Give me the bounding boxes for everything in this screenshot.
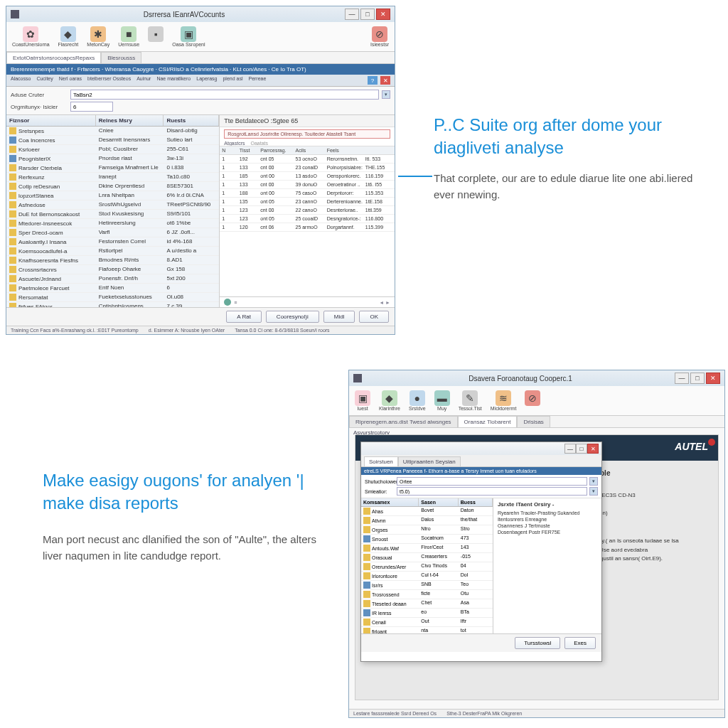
panel-close-icon[interactable]: ✕ — [380, 76, 390, 85]
dialog-tab[interactable]: Soirstuen — [364, 456, 398, 466]
dialog-maximize-button[interactable]: □ — [576, 444, 587, 454]
toolbar-item[interactable]: ▣Iuest — [352, 389, 373, 412]
table-row[interactable]: Antouts.WafFiror/Ceot143 — [361, 544, 493, 553]
toolbar-item[interactable]: ◆Klarinthre — [376, 389, 403, 412]
toolbar-item[interactable]: ≋Micktorermt — [488, 389, 520, 412]
col-header[interactable]: Parrcesrag. — [258, 146, 293, 154]
dialog-button[interactable]: Exes — [564, 637, 596, 649]
table-row[interactable]: Paetmolece FarcuetEntf Noen6 — [6, 284, 219, 293]
col-header[interactable]: Acils — [293, 146, 324, 154]
table-row[interactable]: Ascuete/JrdnandPonensfr. Dnf/h5xt 200 — [6, 274, 219, 284]
table-row[interactable]: firloantntatot — [361, 627, 493, 633]
toolbar-item[interactable]: ✱MetonCay — [84, 25, 112, 48]
toolbar-item[interactable] — [343, 25, 365, 48]
col-header[interactable]: Ruests — [164, 115, 219, 126]
table-row[interactable]: 1120cnt 0625 armoODorgartannf.115.399 — [220, 223, 395, 232]
dialog-button[interactable]: Midl — [323, 311, 355, 323]
detail-tab[interactable]: Atgastcrs — [224, 141, 245, 146]
col-header[interactable]: Feels — [325, 146, 363, 154]
dropdown-icon[interactable]: ▾ — [589, 487, 598, 496]
table-row[interactable]: OrgsesNtroStro — [361, 525, 493, 535]
maximize-button[interactable]: □ — [360, 9, 375, 20]
tab[interactable]: Riprenegern.ans.dist Twesd alwsnges — [349, 416, 458, 427]
table-row[interactable]: Isr/rsSNBTeo — [361, 581, 493, 590]
col-header[interactable]: Sasen — [419, 498, 458, 506]
table-row[interactable]: firfues FAtgorCntishntslosmens7.c 39 — [6, 302, 219, 307]
tab[interactable]: Oransaz Tiobarent — [458, 416, 518, 427]
toolbar-item[interactable]: ▣Oasa Ssropenl — [169, 25, 208, 48]
help-icon[interactable]: ? — [368, 76, 378, 85]
minimize-button[interactable]: — — [345, 9, 359, 20]
table-row[interactable]: 1123ont 0525 cooalDDesngratorice-:116.80… — [220, 215, 395, 223]
dialog-button[interactable]: Tursstowsl — [515, 637, 560, 649]
table-row[interactable]: 1188ont 0075 casoODerpntororr:115.353 — [220, 189, 395, 198]
close-button[interactable]: ✕ — [376, 9, 390, 20]
sub-item[interactable]: Alacosso — [11, 76, 31, 85]
col-header[interactable]: Komsamex — [361, 498, 419, 506]
toolbar-item[interactable]: ⊘ — [522, 389, 543, 412]
table-row[interactable]: SretsnpesCnieeDisard-obtlg — [6, 127, 219, 136]
table-row[interactable]: PeognisterlXPnordse rlast3w-13i — [6, 154, 219, 164]
dropdown-icon[interactable]: ▾ — [589, 477, 598, 486]
toolbar-item[interactable]: ⊘Isieestsr — [368, 25, 392, 48]
dialog-button[interactable]: Cooresynol)i — [266, 311, 319, 323]
table-row[interactable]: Sper Drecd-ocamVarfl6 JZ .0ofl... — [6, 228, 219, 237]
table-row[interactable]: AhasBovetDaton — [361, 507, 493, 516]
filter-input[interactable] — [397, 487, 587, 496]
table-row[interactable]: Koemsoocadlufel-aRstlortpelA u/destlo a — [6, 247, 219, 256]
table-row[interactable]: IR lenrsseoBTa — [361, 609, 493, 618]
tab-secondary[interactable]: Blesrousss — [101, 52, 141, 63]
table-row[interactable]: TrosrossendficteOtu — [361, 590, 493, 599]
toolbar-item[interactable]: ■Uernsuse — [115, 25, 142, 48]
table-row[interactable]: Mtedorer-InsneescokHetinreerslungot6 1%b… — [6, 219, 219, 228]
table-row[interactable]: Rarsder CterbelaFamseiga Mnafmert Lle0 i… — [6, 164, 219, 173]
table-row[interactable]: CenallOutIftr — [361, 618, 493, 627]
toolbar-item[interactable]: ◆Flasrecht — [55, 25, 82, 48]
sub-item[interactable]: Perreae — [248, 76, 266, 85]
table-row[interactable]: 1123cnt 0022 canoODesnterlorae..1ttl.359 — [220, 206, 395, 215]
col-header[interactable]: Buess — [459, 498, 493, 506]
col-header[interactable]: Relnes Msry — [96, 115, 164, 126]
filter-input[interactable] — [397, 477, 587, 486]
sub-item[interactable]: plend asl — [223, 76, 242, 85]
table-row[interactable]: KsrloeerPobl; Cuoslbrer255-C61 — [6, 145, 219, 154]
table-row[interactable]: RersomatatFueketxselusstonuesOl.u08 — [6, 293, 219, 302]
table-row[interactable]: AsfnedoseSrostWhUgselvdTReetPSCNt8/90 — [6, 200, 219, 210]
toolbar-item[interactable]: ▬Muy — [432, 389, 453, 412]
detail-tab[interactable]: Oaatats — [250, 141, 268, 146]
table-row[interactable]: 1133cnt 0039 donuOOeroetratinor ..1t6. I… — [220, 181, 395, 189]
dialog-minimize-button[interactable]: — — [564, 444, 576, 454]
table-row[interactable]: 1133cnt 0023 conalDPolnorpsisiabre:THE.1… — [220, 164, 395, 172]
col-header[interactable]: Fiznsor — [6, 115, 96, 126]
table-row[interactable]: DuE fot BernonscakoostStod KvuskesisngS9… — [6, 210, 219, 219]
dialog-button[interactable]: OK — [359, 311, 389, 323]
maximize-button[interactable]: □ — [690, 373, 705, 384]
table-row[interactable]: Tteseted deaanChetAsa — [361, 599, 493, 609]
toolbar-item[interactable]: ✿CoastUnersiorna — [9, 25, 53, 48]
dialog-button[interactable]: A Rat — [226, 311, 262, 323]
table-row[interactable]: Coa IncencresDesarmtt InensnrarsSutieo l… — [6, 136, 219, 145]
sub-item[interactable]: Laperasg — [196, 76, 217, 85]
dialog-tab[interactable]: Uitipraanten Seysian — [398, 456, 461, 466]
table-row[interactable]: CrossnsrtacnrsFiafoeep OharkeGx 158 — [6, 265, 219, 274]
table-row[interactable]: Cotlp reDesruanDkine Orprentiesd8SE57301 — [6, 182, 219, 191]
table-row[interactable]: 1192cnt 0553 ocnoORerornsnetnn.ItI. 533 — [220, 155, 395, 164]
tab-reports[interactable]: ExtotOatrrstonsrocoapcsRepaxs — [6, 52, 101, 63]
toolbar-item[interactable]: ✎Tessoi.Tlst — [456, 389, 485, 412]
table-row[interactable]: Knafhsoeresnta FiesfnsBmodnes Ri/nts8.AD… — [6, 256, 219, 265]
toolbar-item[interactable]: ●Srstdve — [406, 389, 429, 412]
col-header[interactable]: N — [220, 146, 237, 154]
table-row[interactable]: IrlorontooreCul t-64Dol — [361, 572, 493, 581]
table-row[interactable]: Aualoantly.I InsanaFestornsten Correlid … — [6, 237, 219, 247]
minimize-button[interactable]: — — [675, 373, 689, 384]
toolbar-item[interactable]: ▪ — [145, 25, 166, 48]
sub-item[interactable]: Cucitey — [36, 76, 53, 85]
table-row[interactable]: RerfexunzIraneptTa10.c80 — [6, 173, 219, 182]
table-row[interactable]: SrroostSocatnom473 — [361, 535, 493, 544]
sub-item[interactable]: Nerl oaras — [59, 76, 82, 85]
filter-input-2[interactable] — [70, 102, 113, 112]
close-button[interactable]: ✕ — [706, 373, 720, 384]
dialog-close-button[interactable]: ✕ — [587, 444, 599, 454]
filter-input-1[interactable] — [70, 90, 379, 100]
col-header[interactable]: Tisst — [237, 146, 258, 154]
